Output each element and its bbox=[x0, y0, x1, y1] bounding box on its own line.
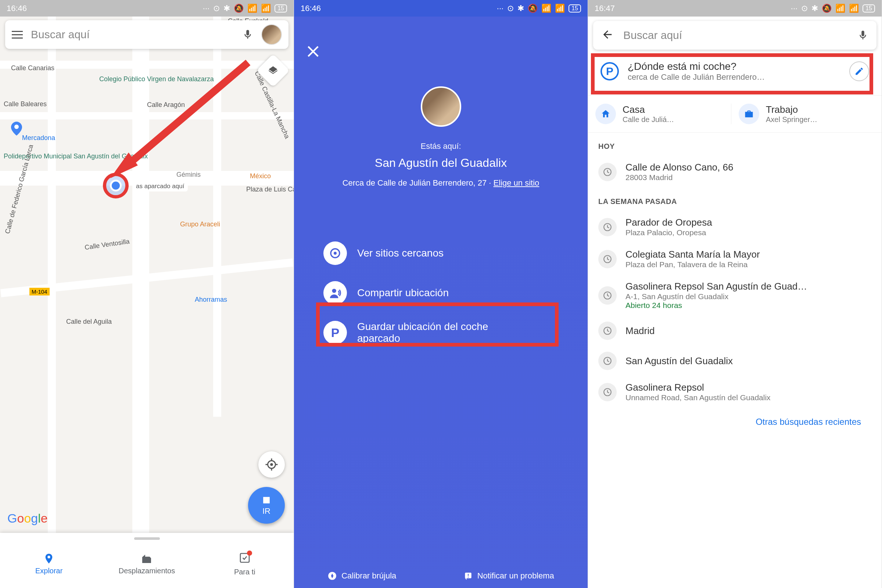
battery-icon: 15 bbox=[568, 4, 581, 12]
status-icons: ···⊙✱🔕📶📶 15 bbox=[497, 4, 581, 13]
location-name: San Agustín del Guadalix bbox=[294, 156, 588, 170]
annotation-highlight bbox=[316, 303, 559, 346]
search-bar[interactable]: Buscar aquí bbox=[5, 20, 288, 49]
menu-icon[interactable] bbox=[12, 31, 23, 39]
notification-dot-icon bbox=[247, 550, 252, 556]
calibrate-compass-button[interactable]: Calibrar brújula bbox=[327, 571, 396, 580]
svg-point-0 bbox=[14, 124, 19, 129]
history-item[interactable]: Colegiata Santa María la MayorPlaza del … bbox=[588, 243, 882, 275]
edit-button[interactable] bbox=[849, 62, 869, 81]
svg-line-1 bbox=[125, 63, 248, 167]
svg-rect-16 bbox=[468, 577, 469, 578]
sheet-handle-icon[interactable] bbox=[134, 537, 160, 540]
status-bar: 16:46 ···⊙✱🔕📶📶 15 bbox=[294, 0, 588, 16]
mic-icon[interactable] bbox=[242, 29, 253, 40]
shortcut-work[interactable]: TrabajoAxel Springer… bbox=[739, 104, 874, 124]
history-item[interactable]: Calle de Alonso Cano, 6628003 Madrid bbox=[588, 156, 882, 188]
screen-map: 16:46 ···⊙✱🔕📶📶 15 Calle Euskald... Calle… bbox=[0, 0, 294, 588]
close-icon[interactable] bbox=[306, 44, 321, 59]
clock-icon bbox=[598, 352, 616, 370]
history-item[interactable]: Gasolinera RepsolUnnamed Road, San Agust… bbox=[588, 376, 882, 408]
tab-commute[interactable]: Desplazamientos bbox=[98, 540, 195, 588]
parking-icon: P bbox=[600, 62, 619, 81]
clock-icon bbox=[598, 286, 616, 304]
map-label: Calle Canarias bbox=[11, 64, 54, 72]
search-input[interactable]: Buscar aquí bbox=[623, 29, 848, 42]
pin-icon bbox=[323, 242, 347, 265]
more-searches-link[interactable]: Otras búsquedas recientes bbox=[588, 408, 882, 436]
status-bar: 16:46 ···⊙✱🔕📶📶 15 bbox=[0, 0, 294, 16]
history-item[interactable]: Madrid bbox=[588, 316, 882, 346]
go-label: IR bbox=[262, 506, 270, 516]
status-icons: ···⊙✱🔕📶📶 15 bbox=[791, 4, 875, 13]
mic-icon[interactable] bbox=[857, 30, 868, 41]
map-poi: Grupo Araceli bbox=[180, 220, 220, 228]
map-label: Calle del Aguila bbox=[66, 318, 112, 326]
map-label: Calle Baleares bbox=[4, 100, 46, 108]
map-label: Calle Ventosilla bbox=[84, 238, 130, 252]
annotation-arrow bbox=[103, 57, 254, 182]
shortcut-home[interactable]: CasaCalle de Juliá… bbox=[596, 104, 731, 124]
google-logo: Google bbox=[8, 511, 48, 525]
bottom-sheet[interactable]: Explorar Desplazamientos Para ti bbox=[0, 533, 294, 588]
clock-icon bbox=[598, 250, 616, 268]
status-time: 16:46 bbox=[7, 4, 27, 13]
share-icon bbox=[323, 281, 347, 304]
history-item[interactable]: Gasolinera Repsol San Agustín de Guad…A-… bbox=[588, 275, 882, 316]
my-location-button[interactable] bbox=[258, 451, 285, 478]
parking-sub: cerca de Calle de Julián Berrendero… bbox=[628, 72, 840, 82]
svg-rect-15 bbox=[468, 574, 469, 576]
tab-foryou[interactable]: Para ti bbox=[196, 540, 294, 588]
option-nearby[interactable]: Ver sitios cercanos bbox=[294, 233, 588, 273]
back-icon[interactable] bbox=[601, 28, 614, 42]
clock-icon bbox=[598, 163, 616, 181]
choose-place-link[interactable]: Elige un sitio bbox=[494, 178, 540, 188]
svg-point-11 bbox=[334, 252, 337, 255]
parking-location-row[interactable]: P ¿Dónde está mi coche? cerca de Calle d… bbox=[593, 54, 876, 88]
history-item[interactable]: San Agustín del Guadalix bbox=[588, 346, 882, 376]
avatar[interactable] bbox=[261, 24, 282, 45]
section-today: HOY bbox=[588, 133, 882, 156]
map-poi: Ahorramas bbox=[195, 296, 227, 303]
map-poi: Mercadona bbox=[22, 134, 55, 142]
avatar bbox=[421, 86, 461, 127]
status-bar: 16:47 ···⊙✱🔕📶📶 15 bbox=[588, 0, 882, 16]
svg-point-4 bbox=[270, 463, 273, 466]
clock-icon bbox=[598, 218, 616, 236]
parked-hint: as aparcado aquí bbox=[132, 181, 188, 192]
map-road-badge: M-104 bbox=[29, 288, 50, 296]
svg-point-12 bbox=[332, 289, 336, 293]
status-time: 16:46 bbox=[301, 4, 321, 13]
work-icon bbox=[739, 104, 759, 124]
here-label: Estás aquí: bbox=[294, 141, 588, 151]
location-panel: Estás aquí: San Agustín del Guadalix Cer… bbox=[294, 16, 588, 588]
tab-explore[interactable]: Explorar bbox=[0, 540, 98, 588]
clock-icon bbox=[598, 383, 616, 401]
section-lastweek: LA SEMANA PASADA bbox=[588, 188, 882, 211]
search-input[interactable]: Buscar aquí bbox=[31, 28, 234, 41]
map-label: Plaza de Luis Carre... bbox=[246, 186, 294, 193]
search-body: Buscar aquí P ¿Dónde está mi coche? cerc… bbox=[588, 16, 882, 588]
screen-location-sheet: 16:46 ···⊙✱🔕📶📶 15 Estás aquí: San Agustí… bbox=[294, 0, 588, 588]
battery-icon: 15 bbox=[862, 4, 875, 12]
directions-button[interactable]: IR bbox=[248, 487, 285, 524]
status-icons: ···⊙✱🔕📶📶 15 bbox=[203, 4, 287, 13]
clock-icon bbox=[598, 322, 616, 340]
battery-icon: 15 bbox=[274, 4, 287, 12]
near-address: Cerca de Calle de Julián Berrendero, 27 … bbox=[294, 178, 588, 188]
screen-search-history: 16:47 ···⊙✱🔕📶📶 15 Buscar aquí P ¿Dónde e… bbox=[588, 0, 882, 588]
parking-title: ¿Dónde está mi coche? bbox=[628, 61, 840, 72]
search-bar[interactable]: Buscar aquí bbox=[593, 21, 876, 50]
report-problem-button[interactable]: Notificar un problema bbox=[464, 571, 554, 580]
status-time: 16:47 bbox=[595, 4, 615, 13]
history-item[interactable]: Parador de OropesaPlaza Palacio, Oropesa bbox=[588, 211, 882, 243]
home-icon bbox=[596, 104, 616, 124]
